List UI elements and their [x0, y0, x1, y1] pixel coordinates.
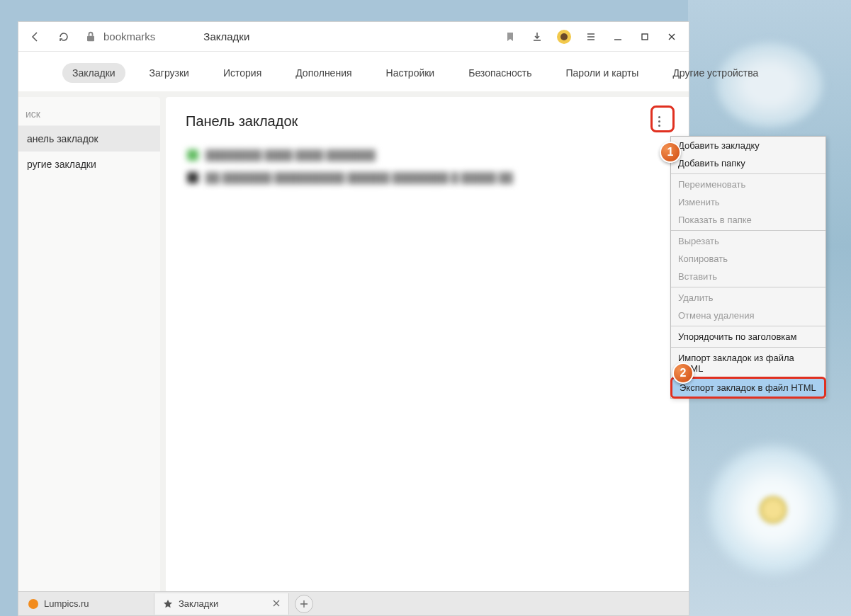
back-button[interactable]: [24, 25, 47, 48]
content-area: иск анель закладок ругие закладки Панель…: [18, 91, 689, 593]
close-button[interactable]: [660, 25, 683, 48]
ctx-paste: Вставить: [671, 268, 825, 285]
ctx-add-bookmark[interactable]: Добавить закладку: [671, 137, 825, 154]
bookmark-item[interactable]: ██ ███████ ██████████ ██████ ████████ █ …: [186, 166, 669, 189]
ctx-add-folder[interactable]: Добавить папку: [671, 154, 825, 172]
svg-rect-0: [87, 35, 94, 41]
nav-tabs: Закладки Загрузки История Дополнения Нас…: [18, 52, 689, 91]
callout-badge-2: 2: [672, 363, 694, 384]
address-bar[interactable]: bookmarks Закладки: [81, 30, 493, 44]
bookmark-item[interactable]: ████████ ████ ████ ███████: [186, 144, 669, 166]
ctx-import-html[interactable]: Импорт закладок из файла HTML: [671, 349, 825, 377]
browser-window: bookmarks Закладки: [18, 21, 689, 616]
tab-label: Lumpics.ru: [44, 598, 89, 609]
ctx-separator: [671, 326, 825, 326]
tab-bookmarks[interactable]: Закладки: [154, 593, 289, 615]
ctx-delete: Удалить: [671, 289, 825, 307]
ctx-cut: Вырезать: [671, 232, 825, 250]
star-icon: [163, 599, 173, 609]
nav-tab-security[interactable]: Безопасность: [458, 63, 541, 83]
ctx-copy: Копировать: [671, 250, 825, 268]
tab-label: Закладки: [179, 598, 218, 609]
nav-tab-devices[interactable]: Другие устройства: [663, 63, 768, 83]
tab-lumpics[interactable]: Lumpics.ru: [20, 593, 154, 615]
ctx-sort-by-title[interactable]: Упорядочить по заголовкам: [671, 328, 825, 346]
nav-tab-bookmarks[interactable]: Закладки: [62, 63, 125, 83]
callout-badge-1: 1: [660, 142, 681, 163]
nav-tab-passwords[interactable]: Пароли и карты: [556, 63, 649, 83]
ctx-separator: [671, 230, 825, 231]
ctx-show-in-folder: Показать в папке: [671, 211, 825, 229]
ctx-separator: [671, 347, 825, 348]
minimize-button[interactable]: [607, 25, 629, 48]
nav-tab-settings[interactable]: Настройки: [376, 63, 445, 83]
panel-title: Панель закладок: [186, 113, 298, 130]
lock-icon: [84, 30, 98, 44]
svg-rect-1: [642, 34, 648, 40]
downloads-icon[interactable]: [526, 25, 548, 48]
ctx-undo-delete: Отмена удаления: [671, 307, 825, 324]
nav-tab-downloads[interactable]: Загрузки: [140, 63, 199, 83]
sidebar-item-bookmarks-bar[interactable]: анель закладок: [18, 126, 160, 152]
reload-button[interactable]: [52, 25, 75, 48]
nav-tab-addons[interactable]: Дополнения: [286, 63, 361, 83]
sidebar-item-other-bookmarks[interactable]: ругие закладки: [18, 152, 160, 177]
nav-tab-history[interactable]: История: [213, 63, 271, 83]
url-text: bookmarks: [103, 30, 155, 42]
ctx-rename: Переименовать: [671, 176, 825, 193]
bookmark-icon[interactable]: [499, 25, 522, 48]
sidebar: иск анель закладок ругие закладки: [18, 97, 160, 593]
new-tab-button[interactable]: [295, 595, 313, 613]
favicon-icon: [28, 599, 38, 609]
menu-icon[interactable]: [580, 25, 602, 48]
ctx-separator: [671, 173, 825, 174]
ctx-separator: [671, 287, 825, 287]
sidebar-search[interactable]: иск: [18, 104, 160, 126]
profile-icon[interactable]: [553, 25, 575, 48]
context-menu: Добавить закладку Добавить папку Переиме…: [670, 136, 826, 399]
page-title: Закладки: [203, 30, 249, 42]
toolbar: bookmarks Закладки: [18, 22, 689, 52]
main-panel: Панель закладок ████████ ████ ████ █████…: [166, 97, 689, 593]
more-button[interactable]: [649, 111, 669, 131]
tab-bar: Lumpics.ru Закладки: [18, 591, 689, 615]
tab-close-icon[interactable]: [273, 598, 280, 609]
maximize-button[interactable]: [633, 25, 656, 48]
ctx-export-html[interactable]: Экспорт закладок в файл HTML: [670, 377, 826, 399]
bookmark-list: ████████ ████ ████ ███████ ██ ███████ ██…: [186, 144, 669, 189]
ctx-edit: Изменить: [671, 193, 825, 211]
